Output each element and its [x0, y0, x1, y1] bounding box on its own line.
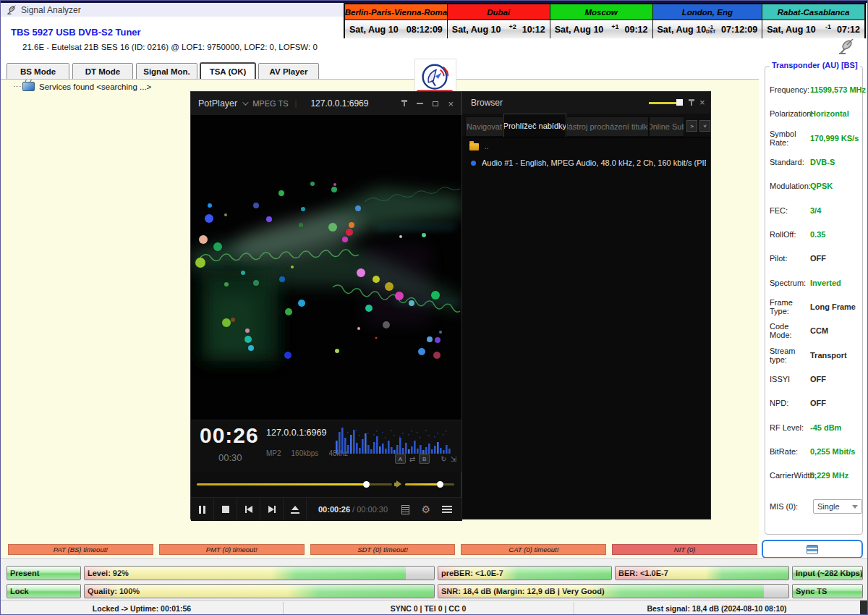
- tp-row: BitRate:0,255 Mbit/s: [770, 446, 861, 457]
- browser-window: Browser × Navigovat Prohlížeč nabídky Ná…: [461, 91, 711, 519]
- tp-row: CarrierWidth:0,229 MHz: [770, 470, 861, 481]
- close-icon[interactable]: ×: [448, 99, 454, 109]
- sync-ts-indicator: Sync TS: [792, 584, 863, 598]
- stop-button[interactable]: [214, 498, 237, 521]
- input-rate-indicator: Input (~282 Kbps): [792, 566, 863, 580]
- pin-icon[interactable]: [401, 100, 407, 107]
- browser-slider-handle[interactable]: [676, 99, 683, 106]
- tp-row: RF Level:-45 dBm: [770, 422, 861, 433]
- tp-row: Polarization:Horizontal: [770, 108, 861, 119]
- stream-type-label: MPEG TS: [252, 99, 288, 108]
- status-sync-counters: SYNC 0 | TEI 0 | CC 0: [283, 601, 574, 615]
- audio-spectrum: [336, 425, 453, 454]
- next-icon: [268, 506, 276, 513]
- lock-indicator: Lock: [7, 584, 81, 598]
- pause-icon: [199, 506, 205, 514]
- tp-row: FEC:3/4: [770, 205, 861, 216]
- tv-icon: [22, 82, 35, 91]
- potplayer-window: PotPlayer MPEG TS | 127.0.0.1:6969 ×: [190, 91, 461, 519]
- audio-track-item[interactable]: Audio #1 - English, MPEG Audio, 48.0 kHz…: [471, 158, 706, 167]
- tab-dt-mode[interactable]: DT Mode: [72, 63, 133, 80]
- tuner-title: TBS 5927 USB DVB-S2 Tuner: [11, 27, 141, 38]
- folder-up-item[interactable]: ..: [469, 143, 489, 150]
- tab-bs-mode[interactable]: BS Mode: [7, 63, 69, 80]
- browser-tab-online-sub[interactable]: Online Sub: [649, 116, 684, 137]
- tab-tsa[interactable]: TSA (OK): [200, 63, 255, 80]
- level-meter: Level: 92%: [84, 566, 435, 580]
- browser-tab-menu-browser[interactable]: Prohlížeč nabídky: [503, 114, 566, 137]
- stream-url: 127.0.0.1:6969: [310, 98, 368, 109]
- services-tree-root[interactable]: Services found <searching ...>: [14, 82, 151, 91]
- menu-icon[interactable]: [442, 506, 452, 513]
- clock-zone-header: Moscow: [550, 4, 652, 20]
- seek-handle[interactable]: [363, 481, 370, 488]
- seek-bar[interactable]: [197, 483, 392, 485]
- loop-icon[interactable]: [441, 455, 446, 463]
- marker-b-button[interactable]: B: [419, 454, 430, 464]
- fullscreen-icon[interactable]: [451, 455, 456, 463]
- stream-capture-button[interactable]: [762, 540, 863, 559]
- browser-tab-navigate[interactable]: Navigovat: [465, 116, 503, 137]
- tp-row: Frequency:11599,573 MHz: [770, 84, 861, 96]
- tp-row: Spectrum:Inverted: [770, 277, 861, 289]
- world-clock-panel: Berlin-Paris-Vienna-Roma Dubai Moscow Lo…: [344, 3, 866, 38]
- music-visualization: [191, 115, 462, 420]
- tab-signal-mon[interactable]: Signal Mon.: [136, 63, 197, 80]
- chevron-down-icon: [852, 505, 858, 512]
- app-window: Signal Analyzer TBS 5927 USB DVB-S2 Tune…: [0, 0, 868, 615]
- clock-zone-time: Sat, Aug 10 08:12:09: [345, 20, 447, 38]
- pause-button[interactable]: [191, 498, 214, 521]
- elapsed-time: 00:26: [200, 423, 259, 448]
- pin-icon[interactable]: [689, 99, 694, 106]
- bitrate-label: 160kbps: [292, 449, 319, 457]
- close-icon[interactable]: ×: [699, 98, 705, 107]
- tp-row: Stream type:Transport: [770, 349, 861, 361]
- tab-av-player[interactable]: AV Player: [258, 63, 319, 80]
- volume-handle[interactable]: [437, 481, 443, 488]
- mode-tabs: BS Mode DT Mode Signal Mon. TSA (OK) AV …: [7, 63, 319, 79]
- clock-zone-header: Dubai: [448, 4, 550, 20]
- table-timeout-row: PAT (BS) timeout! PMT (0) timeout! SDT (…: [8, 544, 757, 555]
- volume-bar[interactable]: [405, 483, 454, 485]
- clock-zone-header: Rabat-Casablanca: [762, 4, 864, 20]
- browser-title-bar[interactable]: Browser ×: [462, 92, 710, 114]
- browser-tab-subtitle-tool[interactable]: Nástroj procházení titulků: [566, 116, 649, 137]
- gear-icon[interactable]: [421, 504, 430, 515]
- swap-icon[interactable]: [409, 455, 415, 463]
- pmt-timeout-bar: PMT (0) timeout!: [159, 544, 305, 555]
- previous-icon: [245, 506, 252, 513]
- seek-volume-row: [191, 472, 462, 497]
- mis-dropdown[interactable]: Single: [813, 499, 862, 514]
- potplayer-title-bar[interactable]: PotPlayer MPEG TS | 127.0.0.1:6969 ×: [191, 92, 461, 115]
- transponder-groupbox: Transponder (AU) [BS] Frequency:11599,57…: [765, 66, 863, 535]
- minimize-icon[interactable]: [417, 103, 423, 104]
- marker-a-button[interactable]: A: [395, 454, 406, 464]
- eject-button[interactable]: [284, 498, 307, 521]
- bullet-icon: [471, 161, 476, 166]
- position-time: 00:00:26 / 00:00:30: [318, 505, 388, 514]
- tp-row: Modulation:QPSK: [770, 180, 861, 192]
- audio-track-label: Audio #1 - English, MPEG Audio, 48.0 kHz…: [482, 158, 706, 167]
- speaker-icon[interactable]: [394, 480, 402, 488]
- tab-scroll-right-button[interactable]: >: [686, 120, 697, 132]
- status-lock-uptime: Locked -> Uptime: 00:01:56: [1, 601, 283, 615]
- clock-zone-header: London, Eng: [653, 4, 762, 20]
- playlist-icon[interactable]: [401, 505, 409, 514]
- chevron-down-icon[interactable]: [242, 99, 248, 105]
- clock-zone-time: Sat, Aug 10 -1 DST 07:12:09: [653, 20, 762, 38]
- mis-label: MIS (0):: [770, 502, 810, 511]
- tp-row: Pilot:OFF: [770, 253, 861, 264]
- browser-tabs: Navigovat Prohlížeč nabídky Nástroj proc…: [462, 114, 710, 137]
- browser-title: Browser: [471, 98, 503, 108]
- folder-up-label: ..: [485, 143, 489, 150]
- next-button[interactable]: [260, 498, 284, 521]
- resize-grip[interactable]: [860, 601, 867, 615]
- tab-list-dropdown-button[interactable]: ˅: [699, 120, 710, 132]
- ab-repeat-controls: A B: [395, 454, 456, 464]
- maximize-icon[interactable]: [433, 101, 438, 106]
- potplayer-app-name[interactable]: PotPlayer: [198, 98, 237, 109]
- sdt-timeout-bar: SDT (0) timeout!: [310, 544, 456, 555]
- clock-zone-time: Sat, Aug 10 +1 09:12: [550, 20, 652, 38]
- previous-button[interactable]: [237, 498, 260, 521]
- tp-row: Code Mode:CCM: [770, 325, 861, 336]
